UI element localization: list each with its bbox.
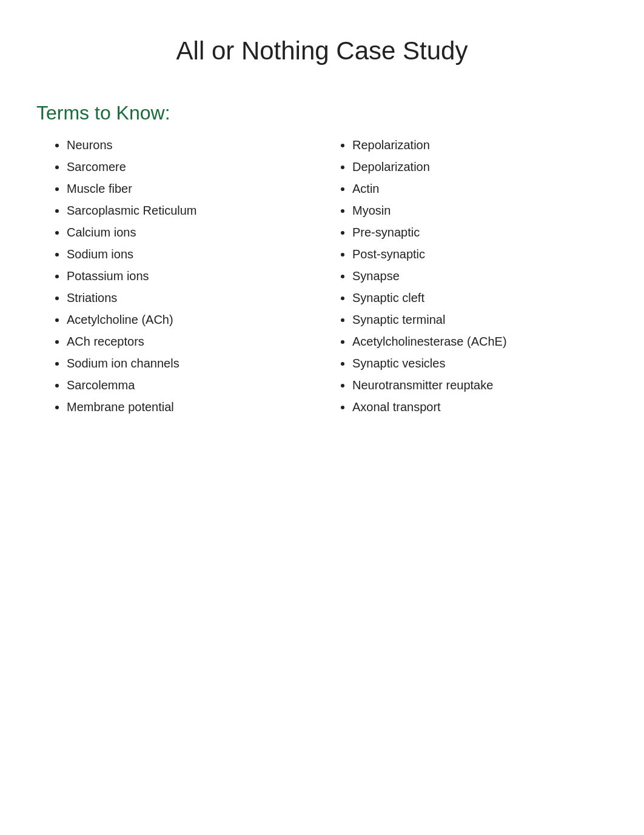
list-item: Synaptic terminal <box>352 311 608 328</box>
right-terms-list: RepolarizationDepolarizationActinMyosinP… <box>334 136 608 415</box>
list-item: Repolarization <box>352 136 608 153</box>
list-item: Synapse <box>352 267 608 284</box>
list-item: Myosin <box>352 202 608 219</box>
list-item: Sarcoplasmic Reticulum <box>67 202 322 219</box>
right-column: RepolarizationDepolarizationActinMyosinP… <box>322 136 608 420</box>
list-item: Acetylcholinesterase (AChE) <box>352 333 608 350</box>
list-item: Calcium ions <box>67 224 322 241</box>
list-item: Sarcolemma <box>67 377 322 394</box>
left-terms-list: NeuronsSarcomereMuscle fiberSarcoplasmic… <box>49 136 322 415</box>
list-item: Sarcomere <box>67 158 322 175</box>
list-item: Pre-synaptic <box>352 224 608 241</box>
list-item: Acetylcholine (ACh) <box>67 311 322 328</box>
list-item: Neurons <box>67 136 322 153</box>
list-item: Sodium ions <box>67 246 322 263</box>
list-item: Post-synaptic <box>352 246 608 263</box>
list-item: Muscle fiber <box>67 180 322 197</box>
list-item: Depolarization <box>352 158 608 175</box>
list-item: Axonal transport <box>352 398 608 415</box>
page-title: All or Nothing Case Study <box>36 36 608 65</box>
list-item: Potassium ions <box>67 267 322 284</box>
list-item: Striations <box>67 289 322 306</box>
list-item: Actin <box>352 180 608 197</box>
list-item: Synaptic vesicles <box>352 355 608 372</box>
list-item: Synaptic cleft <box>352 289 608 306</box>
section-heading: Terms to Know: <box>36 102 608 124</box>
left-column: NeuronsSarcomereMuscle fiberSarcoplasmic… <box>36 136 322 420</box>
list-item: Neurotransmitter reuptake <box>352 377 608 394</box>
terms-container: NeuronsSarcomereMuscle fiberSarcoplasmic… <box>36 136 608 420</box>
list-item: Sodium ion channels <box>67 355 322 372</box>
list-item: Membrane potential <box>67 398 322 415</box>
list-item: ACh receptors <box>67 333 322 350</box>
